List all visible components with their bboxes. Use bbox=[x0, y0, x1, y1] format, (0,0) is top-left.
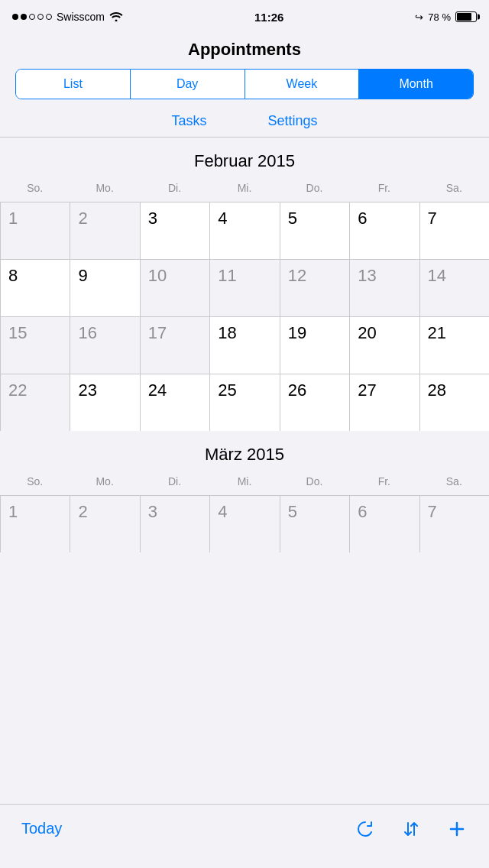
toggle-week[interactable]: Week bbox=[245, 70, 360, 99]
table-row[interactable]: 1 bbox=[1, 496, 70, 552]
march-day-headers: So. Mo. Di. Mi. Do. Fr. Sa. bbox=[0, 472, 489, 495]
view-toggle: List Day Week Month bbox=[15, 69, 474, 99]
status-left: Swisscom bbox=[12, 11, 123, 24]
table-row[interactable]: 10 bbox=[141, 260, 209, 316]
wifi-icon bbox=[109, 11, 123, 24]
settings-link[interactable]: Settings bbox=[267, 113, 317, 129]
table-row[interactable]: 23 bbox=[70, 374, 139, 431]
table-row[interactable]: 17 bbox=[141, 317, 209, 374]
status-right: ↪ 78 % bbox=[415, 11, 477, 23]
table-row[interactable]: 27 bbox=[350, 374, 419, 431]
dh-mo-mar: Mo. bbox=[70, 472, 139, 491]
toggle-day[interactable]: Day bbox=[131, 70, 245, 99]
dh-so-feb: So. bbox=[0, 179, 70, 197]
refresh-button[interactable] bbox=[355, 818, 376, 840]
table-row[interactable]: 2 bbox=[70, 202, 139, 259]
signal-dot-3 bbox=[29, 14, 35, 20]
february-day-headers: So. Mo. Di. Mi. Do. Fr. Sa. bbox=[0, 179, 489, 202]
today-button[interactable]: Today bbox=[21, 820, 62, 837]
carrier-label: Swisscom bbox=[57, 11, 105, 23]
sort-button[interactable] bbox=[400, 818, 422, 840]
dh-sa-feb: Sa. bbox=[419, 179, 489, 197]
dh-mi-feb: Mi. bbox=[209, 179, 279, 197]
status-bar: Swisscom 11:26 ↪ 78 % bbox=[0, 0, 489, 34]
table-row[interactable]: 2 bbox=[70, 496, 139, 552]
dh-do-feb: Do. bbox=[280, 179, 349, 197]
table-row[interactable]: 11 bbox=[210, 260, 279, 316]
table-row[interactable]: 7 bbox=[420, 202, 489, 259]
table-row[interactable]: 16 bbox=[70, 317, 139, 374]
table-row[interactable]: 6 bbox=[350, 202, 419, 259]
table-row[interactable]: 20 bbox=[350, 317, 419, 374]
dh-di-mar: Di. bbox=[140, 472, 209, 491]
table-row[interactable]: 25 bbox=[210, 374, 279, 431]
march-grid: 1 2 3 4 5 6 7 bbox=[0, 495, 489, 552]
dh-so-mar: So. bbox=[0, 472, 70, 491]
table-row[interactable]: 18 bbox=[210, 317, 279, 374]
table-row[interactable]: 6 bbox=[350, 496, 419, 552]
signal-dot-4 bbox=[37, 14, 44, 20]
february-grid: 1234567891011121314151617181920212223242… bbox=[0, 202, 489, 431]
calendar-scroll[interactable]: Februar 2015 So. Mo. Di. Mi. Do. Fr. Sa.… bbox=[0, 138, 489, 804]
bottom-toolbar: Today bbox=[0, 804, 489, 868]
dh-fr-feb: Fr. bbox=[349, 179, 419, 197]
dh-fr-mar: Fr. bbox=[349, 472, 419, 491]
table-row[interactable]: 5 bbox=[280, 496, 349, 552]
battery-percent: 78 % bbox=[428, 11, 451, 23]
table-row[interactable]: 13 bbox=[350, 260, 419, 316]
links-row: Tasks Settings bbox=[0, 108, 489, 137]
table-row[interactable]: 28 bbox=[420, 374, 489, 431]
table-row[interactable]: 22 bbox=[1, 374, 70, 431]
battery-fill bbox=[457, 13, 471, 21]
march-header: März 2015 bbox=[0, 431, 489, 472]
lock-rotation-icon: ↪ bbox=[415, 11, 423, 23]
table-row[interactable]: 12 bbox=[280, 260, 349, 316]
dh-mi-mar: Mi. bbox=[209, 472, 279, 491]
table-row[interactable]: 4 bbox=[210, 496, 279, 552]
table-row[interactable]: 7 bbox=[420, 496, 489, 552]
february-header: Februar 2015 bbox=[0, 138, 489, 179]
status-time: 11:26 bbox=[254, 11, 283, 24]
add-button[interactable] bbox=[446, 818, 468, 840]
table-row[interactable]: 9 bbox=[70, 260, 139, 316]
table-row[interactable]: 19 bbox=[280, 317, 349, 374]
table-row[interactable]: 1 bbox=[1, 202, 70, 259]
dh-di-feb: Di. bbox=[140, 179, 209, 197]
page-title: Appointments bbox=[0, 34, 489, 69]
toolbar-icons bbox=[355, 818, 468, 840]
toggle-list[interactable]: List bbox=[16, 70, 131, 99]
signal-dot-2 bbox=[21, 14, 27, 20]
table-row[interactable]: 14 bbox=[420, 260, 489, 316]
table-row[interactable]: 4 bbox=[210, 202, 279, 259]
dh-mo-feb: Mo. bbox=[70, 179, 139, 197]
toggle-month[interactable]: Month bbox=[359, 70, 473, 99]
table-row[interactable]: 3 bbox=[141, 202, 209, 259]
signal-dots bbox=[12, 14, 52, 20]
dh-sa-mar: Sa. bbox=[419, 472, 489, 491]
table-row[interactable]: 24 bbox=[141, 374, 209, 431]
signal-dot-5 bbox=[46, 14, 52, 20]
table-row[interactable]: 5 bbox=[280, 202, 349, 259]
table-row[interactable]: 8 bbox=[1, 260, 70, 316]
battery-icon bbox=[455, 11, 477, 22]
dh-do-mar: Do. bbox=[280, 472, 349, 491]
tasks-link[interactable]: Tasks bbox=[171, 113, 206, 129]
signal-dot-1 bbox=[12, 14, 18, 20]
table-row[interactable]: 26 bbox=[280, 374, 349, 431]
table-row[interactable]: 15 bbox=[1, 317, 70, 374]
table-row[interactable]: 3 bbox=[141, 496, 209, 552]
table-row[interactable]: 21 bbox=[420, 317, 489, 374]
